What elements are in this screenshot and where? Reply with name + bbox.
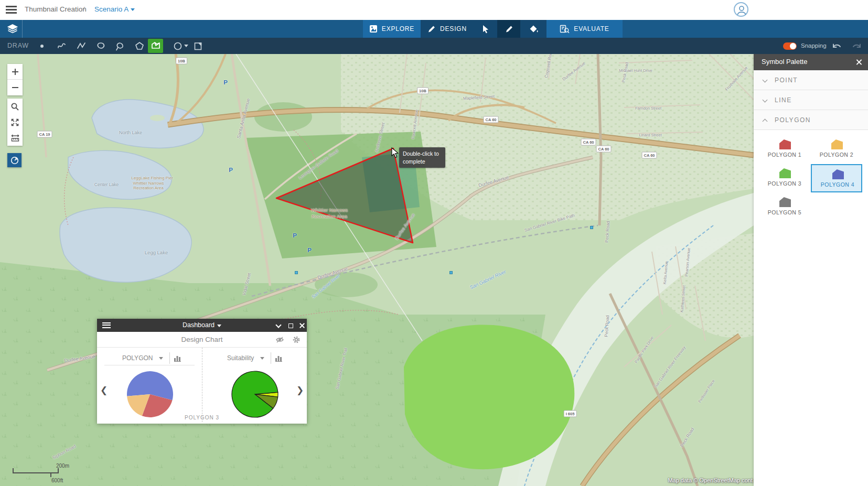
measure-icon[interactable] (7, 130, 23, 146)
app-menu-icon[interactable] (6, 6, 17, 14)
lasso-polygon-tool-icon[interactable] (114, 40, 126, 52)
undo-button[interactable] (831, 40, 842, 52)
tooltip-line2: complete (403, 158, 442, 166)
draw-toolbar-label: DRAW (7, 42, 29, 49)
chevron-down-icon (763, 98, 768, 103)
chevron-down-icon (159, 357, 163, 360)
swatch-polygon-4[interactable]: POLYGON 4 (811, 164, 862, 192)
divider (104, 365, 195, 365)
palette-section-line[interactable]: LINE (754, 90, 868, 110)
column-chart-icon[interactable] (275, 355, 283, 362)
full-extent-icon[interactable] (7, 114, 23, 130)
explore-icon (369, 25, 378, 33)
swatch-polygon-2[interactable]: POLYGON 2 (811, 135, 862, 164)
chart-panel-divider (202, 348, 202, 422)
draw-tool-button-active[interactable] (497, 20, 520, 38)
zoom-out-button[interactable] (7, 80, 23, 95)
snapping-toggle[interactable] (783, 42, 797, 50)
polygon-tool-icon[interactable] (134, 40, 145, 52)
carousel-prev-button[interactable]: ❮ (100, 385, 108, 396)
breadcrumb-project[interactable]: Thumbnail Creation (25, 5, 87, 13)
redo-button[interactable] (851, 40, 862, 52)
dashboard-maximize-button[interactable] (286, 321, 296, 330)
chevron-down-icon (763, 78, 768, 83)
scale-imperial-label: 600ft (51, 478, 63, 483)
visibility-icon[interactable] (275, 336, 284, 343)
zoom-in-button[interactable] (7, 64, 23, 80)
polygon-swatch-icon (779, 168, 791, 178)
extent-tool-icon[interactable] (192, 40, 204, 52)
paint-bucket-icon (529, 24, 539, 34)
polygon-swatch-icon (832, 169, 844, 179)
layers-button[interactable] (4, 20, 22, 38)
swatch-label: POLYGON 5 (759, 209, 810, 215)
gear-icon[interactable] (292, 336, 301, 344)
map-attribution: Map data © OpenStreetMap cont (668, 477, 753, 483)
polyline-tool-icon[interactable] (76, 40, 87, 52)
suitability-pie-chart (230, 369, 280, 419)
chevron-up-icon (763, 119, 768, 124)
zoom-control (7, 64, 23, 95)
tab-evaluate[interactable]: EVALUATE (546, 20, 623, 38)
close-icon (854, 57, 864, 67)
circle-tool-icon[interactable] (172, 40, 184, 52)
polygon-pie-chart (125, 369, 175, 419)
right-dropdown-value: Suitability (227, 354, 254, 362)
palette-sections: POINTLINEPOLYGON (754, 70, 868, 130)
dashboard-collapse-button[interactable] (274, 321, 284, 330)
tooltip-line1: Double-click to (403, 150, 442, 158)
swatch-polygon-5[interactable]: POLYGON 5 (759, 193, 810, 221)
design-toolgroup: DESIGN (421, 20, 546, 38)
pencil-icon (427, 25, 436, 34)
top-app-bar: Thumbnail Creation / Scenario A (0, 0, 868, 20)
mode-navbar: EXPLORE DESIGN (0, 20, 868, 38)
right-chart-dropdown[interactable]: Suitability (227, 352, 283, 364)
left-chart-dropdown[interactable]: POLYGON (122, 352, 181, 364)
dashboard-titlebar[interactable]: Dashboard (97, 319, 307, 332)
swatch-polygon-1[interactable]: POLYGON 1 (759, 135, 810, 164)
analysis-dashboard-button[interactable] (7, 153, 22, 167)
divider (169, 352, 170, 364)
point-tool-icon[interactable] (36, 40, 48, 52)
column-chart-icon[interactable] (174, 355, 181, 362)
draw-tooltip: Double-click to complete (399, 147, 445, 168)
palette-section-label: POLYGON (775, 116, 811, 124)
polygon-swatch-icon (779, 197, 791, 207)
chevron-down-icon (260, 357, 264, 360)
explore-label: EXPLORE (382, 25, 414, 33)
fill-tool-button[interactable] (520, 20, 546, 38)
breadcrumb-scenario[interactable]: Scenario A (94, 5, 128, 13)
palette-close-button[interactable] (854, 57, 864, 67)
scale-bar: 200m 600ft (13, 463, 76, 483)
freehand-line-tool-icon[interactable] (56, 40, 68, 52)
swatch-label: POLYGON 4 (812, 181, 863, 188)
tab-design[interactable]: DESIGN (421, 20, 473, 38)
mouse-cursor-icon (391, 147, 399, 158)
palette-section-label: POINT (775, 77, 798, 84)
carousel-page-label: POLYGON 3 (97, 415, 307, 420)
close-icon (297, 321, 307, 330)
search-icon[interactable] (7, 99, 23, 114)
design-label: DESIGN (440, 25, 467, 33)
breadcrumb-separator: / (83, 5, 85, 13)
dashboard-charts-area: POLYGON Suitability (97, 348, 307, 414)
select-tool-button[interactable] (473, 20, 497, 38)
tab-explore[interactable]: EXPLORE (363, 20, 421, 38)
polygon-swatch-icon (779, 139, 791, 149)
snapping-label: Snapping (801, 42, 827, 49)
circle-tool-dropdown-caret[interactable] (184, 40, 190, 52)
swatch-polygon-3[interactable]: POLYGON 3 (759, 164, 810, 192)
map-tools-control (7, 99, 23, 146)
left-dropdown-value: POLYGON (122, 354, 153, 362)
palette-section-point[interactable]: POINT (754, 70, 868, 90)
symbol-palette-panel: Symbol Palette POINTLINEPOLYGON POLYGON … (754, 54, 868, 486)
divider (271, 352, 271, 364)
swatch-label: POLYGON 1 (759, 152, 810, 158)
palette-section-polygon[interactable]: POLYGON (754, 110, 868, 130)
autocomplete-polygon-tool-active[interactable] (148, 39, 163, 53)
user-avatar[interactable] (734, 2, 748, 17)
carousel-next-button[interactable]: ❯ (296, 385, 304, 396)
symbol-palette-title: Symbol Palette (762, 58, 807, 66)
dashboard-close-button[interactable] (297, 321, 307, 330)
freehand-polygon-tool-icon[interactable] (95, 40, 106, 52)
